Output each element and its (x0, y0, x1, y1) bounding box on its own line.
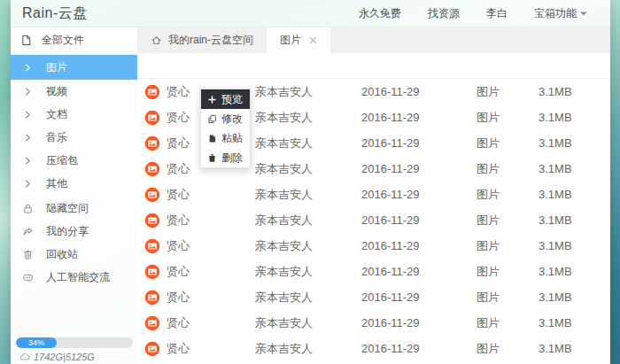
sidebar-tools: 隐藏空间 我的分享 回收站 人工智能交流 (11, 197, 137, 289)
image-file-icon (144, 238, 160, 254)
sidebar-item-all-files[interactable]: 全部文件 (11, 27, 137, 53)
file-size: 3.1MB (539, 136, 610, 150)
sidebar-item[interactable]: 隐藏空间 (11, 197, 137, 220)
sidebar-item-label: 图片 (46, 60, 67, 75)
top-nav: 永久免费 找资源 李白 宝箱功能 (359, 6, 610, 21)
tab-bar: 我的rain-云盘空间 图片 (137, 27, 610, 53)
top-nav-item[interactable]: 永久免费 (359, 6, 401, 21)
chevron-right-icon (22, 155, 34, 167)
top-nav-item[interactable]: 宝箱功能 (534, 6, 587, 21)
sidebar: 全部文件 图片 视频 文档 音乐 压缩包 其他 隐藏空间 我的分享 回收站 人工… (11, 27, 137, 364)
file-editor: 亲本吉安人 (255, 315, 361, 331)
sidebar-item[interactable]: 压缩包 (11, 149, 137, 172)
file-size: 3.1MB (539, 290, 610, 304)
file-modified-time: 2016-11-29 (361, 111, 477, 124)
file-editor: 亲本吉安人 (255, 136, 361, 151)
file-editor: 亲本吉安人 (255, 187, 361, 203)
storage-progress-bar: 34% (16, 337, 133, 348)
delete-icon (207, 153, 217, 163)
file-name: 贤心 (167, 161, 190, 177)
table-row[interactable]: 贤心 亲本吉安人 2016-11-29 图片 3.1MB (137, 336, 610, 361)
file-name: 贤心 (167, 110, 190, 126)
table-row[interactable]: 贤心 亲本吉安人 2016-11-29 图片 3.1MB (137, 233, 610, 259)
cloud-icon (19, 352, 30, 362)
file-editor: 亲本吉安人 (255, 110, 361, 126)
file-modified-time: 2016-11-29 (361, 316, 477, 329)
sidebar-item[interactable]: 图片 (11, 55, 137, 80)
file-type: 图片 (477, 110, 539, 126)
context-menu-item-label: 粘贴 (221, 131, 243, 146)
sidebar-item[interactable]: 其他 (11, 172, 137, 195)
file-type: 图片 (477, 238, 539, 254)
sidebar-item[interactable]: 视频 (11, 80, 137, 103)
main-panel: 我的rain-云盘空间 图片 贤心 亲本吉安人 2016-11-29 图片 3.… (137, 27, 610, 364)
context-menu-item[interactable]: 粘贴 (201, 128, 250, 148)
context-menu-item[interactable]: 修改 (201, 109, 250, 128)
file-name: 贤心 (167, 136, 190, 151)
tab-label: 图片 (280, 33, 301, 48)
sidebar-item-label: 音乐 (46, 130, 67, 145)
app-window: Rain-云盘 永久免费 找资源 李白 宝箱功能 全部文件 图片 视频 文档 (11, 0, 610, 364)
tab-label: 我的rain-云盘空间 (168, 33, 253, 48)
table-row[interactable]: 贤心 亲本吉安人 2016-11-29 图片 3.1MB (137, 259, 610, 284)
file-type: 图片 (477, 213, 539, 228)
sidebar-item[interactable]: 人工智能交流 (11, 266, 137, 289)
chat-icon (22, 272, 34, 283)
file-editor: 亲本吉安人 (255, 84, 361, 100)
storage-progress-fill: 34% (16, 337, 57, 348)
paste-icon (207, 134, 217, 143)
file-size: 3.1MB (539, 85, 610, 98)
file-modified-time: 2016-11-29 (361, 213, 477, 227)
file-size: 3.1MB (539, 111, 610, 124)
tab[interactable]: 图片 (267, 27, 330, 53)
sidebar-item-label: 视频 (46, 84, 67, 99)
image-file-icon (144, 187, 160, 203)
file-type: 图片 (477, 161, 539, 177)
close-icon[interactable] (309, 36, 317, 44)
table-row[interactable]: 贤心 亲本吉安人 2016-11-29 图片 3.1MB (137, 182, 610, 207)
sidebar-item[interactable]: 回收站 (11, 243, 137, 266)
context-menu-item-label: 删除 (221, 151, 243, 166)
table-row[interactable]: 贤心 亲本吉安人 2016-11-29 图片 3.1MB (137, 207, 610, 233)
tab[interactable]: 我的rain-云盘空间 (137, 27, 267, 53)
file-type: 图片 (477, 315, 539, 331)
sidebar-item[interactable]: 我的分享 (11, 220, 137, 243)
sidebar-item[interactable]: 文档 (11, 103, 137, 126)
file-size: 3.1MB (539, 162, 610, 175)
image-file-icon (144, 264, 160, 280)
chevron-right-icon (22, 86, 34, 97)
chevron-right-icon (22, 109, 34, 120)
top-nav-item[interactable]: 找资源 (428, 6, 460, 21)
file-size: 3.1MB (539, 316, 610, 329)
sidebar-item-label: 我的分享 (46, 224, 89, 239)
file-type: 图片 (477, 136, 539, 151)
top-nav-item[interactable]: 李白 (486, 6, 508, 21)
file-name: 贤心 (167, 238, 190, 254)
file-name: 贤心 (167, 290, 190, 306)
table-row[interactable]: 贤心 亲本吉安人 2016-11-29 图片 3.1MB (137, 284, 610, 310)
file-type: 图片 (477, 290, 539, 306)
sidebar-categories: 图片 视频 文档 音乐 压缩包 其他 (11, 55, 137, 195)
file-modified-time: 2016-11-29 (361, 188, 477, 201)
chevron-right-icon (22, 62, 34, 74)
sidebar-item[interactable]: 音乐 (11, 126, 137, 149)
file-name: 贤心 (167, 341, 190, 357)
file-editor: 亲本吉安人 (255, 213, 361, 228)
file-modified-time: 2016-11-29 (361, 162, 477, 175)
file-name: 贤心 (167, 264, 190, 280)
table-header (137, 53, 610, 79)
file-size: 3.1MB (539, 188, 610, 201)
context-menu-item-label: 预览 (221, 92, 243, 107)
image-file-icon (144, 136, 160, 151)
table-row[interactable]: 贤心 亲本吉安人 2016-11-29 图片 3.1MB (137, 310, 610, 336)
file-modified-time: 2016-11-29 (361, 290, 477, 304)
storage-usage-label: 1742G|5125G (34, 352, 95, 362)
desktop-wallpaper: Rain-云盘 永久免费 找资源 李白 宝箱功能 全部文件 图片 视频 文档 (0, 0, 620, 364)
context-menu-item[interactable]: 删除 (201, 148, 250, 167)
context-menu-item[interactable]: 预览 (201, 89, 250, 109)
file-name: 贤心 (167, 84, 190, 100)
file-name: 贤心 (167, 187, 190, 203)
image-file-icon (144, 84, 160, 100)
file-editor: 亲本吉安人 (255, 341, 361, 357)
image-file-icon (144, 290, 160, 306)
